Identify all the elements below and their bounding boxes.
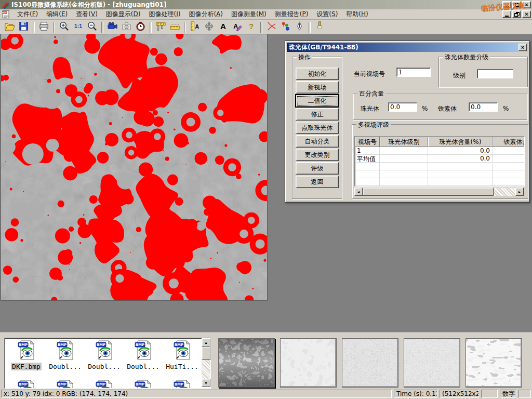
- file-item[interactable]: BMPHuiTi...: [163, 339, 202, 370]
- help-button[interactable]: ?: [245, 21, 258, 33]
- dialog-close-button[interactable]: ×: [518, 44, 527, 51]
- caliper-button[interactable]: [154, 21, 167, 33]
- scroll-left-button[interactable]: ◄: [354, 188, 363, 196]
- micrograph-image[interactable]: [1, 34, 267, 300]
- pearlite-label: 珠光体: [361, 104, 379, 113]
- menu-item-5[interactable]: 图像分析(A): [184, 9, 227, 19]
- scrollbar-thumb[interactable]: [363, 188, 494, 196]
- scroll-right-button[interactable]: ►: [515, 188, 524, 196]
- table-horizontal-scrollbar[interactable]: ◄ ►: [354, 188, 524, 196]
- curve-tool-button[interactable]: [265, 21, 278, 33]
- thumbnail-5[interactable]: [466, 338, 522, 388]
- dialog-title-bar[interactable]: 珠光体(GB/T9441-88) ×: [287, 43, 528, 52]
- op-button-0[interactable]: 初始化: [296, 68, 339, 80]
- svg-text:BMP: BMP: [96, 343, 105, 347]
- menu-item-4[interactable]: 图像处理(I): [144, 9, 184, 19]
- op-button-2[interactable]: 二值化: [296, 95, 339, 107]
- file-item[interactable]: BMP: [124, 379, 163, 389]
- file-item[interactable]: BMP: [7, 379, 46, 389]
- ferrite-value-input[interactable]: [469, 102, 498, 112]
- op-button-1[interactable]: 新视场: [296, 81, 339, 94]
- status-time: Time (s): 0.113: [394, 390, 437, 398]
- pen-button[interactable]: [293, 21, 306, 33]
- status-empty-1: [481, 390, 498, 398]
- thumbnail-2[interactable]: [280, 338, 337, 388]
- move-cross-button[interactable]: [203, 21, 216, 33]
- text-edit-icon: A: [232, 21, 243, 33]
- menu-item-6[interactable]: 图像测量(M): [227, 9, 271, 19]
- table-header-1: 珠光体级别: [380, 137, 428, 147]
- file-browser[interactable]: BMPDKF.bmpBMPDoubl...BMPDoubl...BMPDoubl…: [4, 338, 211, 389]
- menu-item-1[interactable]: 编辑(E): [42, 9, 72, 19]
- zoom-in-button[interactable]: [58, 21, 71, 33]
- op-button-5[interactable]: 自动分类: [296, 135, 339, 148]
- menu-item-9[interactable]: 帮助(H): [342, 9, 372, 19]
- close-button[interactable]: ×: [522, 1, 531, 8]
- file-item[interactable]: BMPDoubl...: [124, 339, 163, 370]
- mdi-close-button[interactable]: ×: [522, 10, 531, 18]
- menu-item-3[interactable]: 图像显示(D): [102, 9, 145, 19]
- zoom-out-button[interactable]: [86, 21, 99, 33]
- mdi-minimize-button[interactable]: [502, 10, 511, 18]
- timer-button[interactable]: [134, 21, 147, 33]
- menu-item-7[interactable]: 测量报告(P): [271, 9, 313, 19]
- measure-caliper-button[interactable]: A: [189, 21, 202, 33]
- menu-item-8[interactable]: 设置(S): [312, 9, 342, 19]
- bmp-file-icon: BMP: [7, 339, 46, 363]
- table-cell: [355, 178, 380, 186]
- pearlite-value-input[interactable]: [388, 102, 417, 112]
- op-button-4[interactable]: 点取珠光体: [296, 122, 339, 134]
- toolbar: 1:1AAA?: [0, 20, 532, 34]
- brush-button[interactable]: [313, 21, 326, 33]
- actual-size-button[interactable]: 1:1: [72, 21, 85, 33]
- thumbnail-1[interactable]: [218, 338, 275, 388]
- current-field-input[interactable]: [396, 68, 431, 77]
- timer-icon: [135, 21, 146, 33]
- video-camera-button[interactable]: [106, 21, 119, 33]
- status-position: x: 510 y: 79 idx: 0 RGB: (174, 174, 174): [1, 390, 392, 398]
- rating-table-body: 10.0平均值0.0: [355, 147, 524, 186]
- op-button-8[interactable]: 返回: [296, 176, 339, 188]
- menu-bar: DOC 文件(F)编辑(E)查看(V)图像显示(D)图像处理(I)图像分析(A)…: [0, 9, 532, 20]
- open-button[interactable]: [3, 21, 16, 33]
- pearlite-unit: %: [422, 105, 428, 112]
- table-cell: 平均值: [355, 155, 380, 163]
- file-item[interactable]: BMP: [163, 379, 202, 389]
- file-item[interactable]: BMPDKF.bmp: [7, 339, 46, 370]
- file-item[interactable]: BMP: [85, 379, 124, 389]
- mdi-restore-button[interactable]: [512, 10, 521, 18]
- document-icon[interactable]: DOC: [2, 10, 11, 19]
- op-button-7[interactable]: 评级: [296, 162, 339, 175]
- file-panel: BMPDKF.bmpBMPDoubl...BMPDoubl...BMPDoubl…: [0, 332, 532, 389]
- save-button[interactable]: [17, 21, 30, 33]
- thumbnail-3[interactable]: [342, 338, 398, 388]
- op-button-3[interactable]: 修正: [296, 108, 339, 121]
- rating-table[interactable]: 视场号珠光体级别珠光体含量(%)铁素体含量(%) 10.0平均值0.0: [354, 136, 525, 187]
- table-cell: [380, 147, 428, 155]
- zoom-out-icon: [87, 21, 98, 33]
- scroll-down-button[interactable]: ▼: [202, 379, 210, 387]
- table-cell: [355, 170, 380, 178]
- file-item[interactable]: BMP: [46, 379, 85, 389]
- menu-item-2[interactable]: 查看(V): [72, 9, 102, 19]
- file-item[interactable]: BMPDoubl...: [46, 339, 85, 370]
- text-button[interactable]: A: [217, 21, 230, 33]
- text-edit-button[interactable]: A: [231, 21, 244, 33]
- count-balloons-button[interactable]: [279, 21, 292, 33]
- print-button[interactable]: [37, 21, 50, 33]
- bmp-file-icon: BMP: [46, 339, 85, 363]
- application-window: IS100显微摄像系统(金相分析版) - [zhuguangti01] × 临汾…: [0, 0, 532, 399]
- photo-camera-button[interactable]: [120, 21, 133, 33]
- menu-item-0[interactable]: 文件(F): [13, 9, 42, 19]
- level-input[interactable]: [477, 69, 513, 78]
- file-item[interactable]: BMPDoubl...: [85, 339, 124, 370]
- maximize-button[interactable]: [512, 1, 521, 8]
- scrollbar-thumb[interactable]: [202, 347, 210, 360]
- file-vertical-scrollbar[interactable]: ▲ ▼: [202, 338, 210, 387]
- minimize-button[interactable]: [502, 1, 511, 8]
- scroll-up-button[interactable]: ▲: [202, 338, 210, 347]
- ruler-button[interactable]: [168, 21, 181, 33]
- bmp-file-icon: BMP: [124, 339, 163, 363]
- op-button-6[interactable]: 更改类别: [296, 149, 339, 161]
- thumbnail-4[interactable]: [404, 338, 460, 388]
